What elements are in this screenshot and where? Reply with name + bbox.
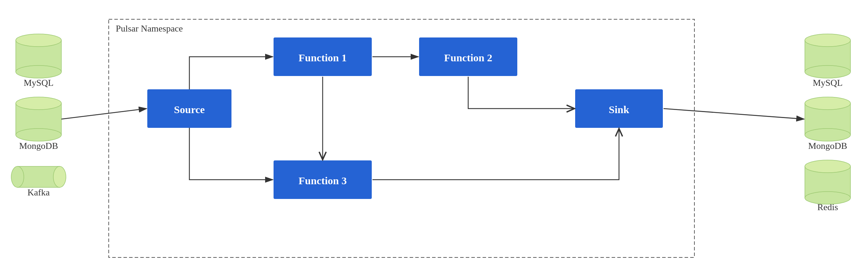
svg-point-18 — [805, 97, 850, 110]
arrow-mongodb-to-source — [61, 109, 147, 119]
namespace-border — [109, 19, 694, 257]
arrow-func2-to-sink — [468, 77, 574, 109]
arrow-source-to-func1 — [189, 57, 273, 89]
svg-text:Function 1: Function 1 — [298, 52, 347, 63]
sink-box: Sink — [575, 89, 663, 128]
svg-point-7 — [16, 129, 61, 141]
svg-text:Function 3: Function 3 — [298, 175, 347, 186]
left-mysql: MySQL — [16, 34, 61, 88]
svg-text:MongoDB: MongoDB — [19, 141, 58, 151]
svg-text:Redis: Redis — [817, 202, 838, 212]
arrow-func3-to-sink — [372, 129, 619, 180]
svg-point-2 — [16, 34, 61, 47]
diagram-container: Pulsar Namespace MySQL MongoDB Kafka — [0, 0, 868, 276]
source-box: Source — [147, 89, 231, 128]
left-mongodb: MongoDB — [16, 97, 61, 151]
svg-text:Sink: Sink — [609, 104, 630, 115]
svg-point-3 — [16, 65, 61, 78]
svg-text:MySQL: MySQL — [813, 78, 842, 88]
svg-text:MySQL: MySQL — [23, 78, 53, 88]
svg-point-10 — [11, 166, 24, 187]
svg-text:Function 2: Function 2 — [444, 52, 492, 63]
arrow-sink-to-right — [664, 109, 804, 119]
svg-point-14 — [805, 34, 850, 47]
svg-point-15 — [805, 65, 850, 78]
function1-box: Function 1 — [274, 37, 372, 76]
function2-box: Function 2 — [419, 37, 517, 76]
svg-text:Source: Source — [174, 104, 205, 115]
namespace-label: Pulsar Namespace — [116, 23, 183, 34]
svg-point-22 — [805, 160, 850, 173]
right-redis: Redis — [805, 160, 850, 212]
left-kafka: Kafka — [11, 166, 66, 198]
svg-text:Kafka: Kafka — [27, 187, 50, 198]
right-mongodb: MongoDB — [805, 97, 850, 151]
svg-point-19 — [805, 129, 850, 141]
function3-box: Function 3 — [274, 160, 372, 199]
svg-point-6 — [16, 97, 61, 110]
arrow-source-to-func3 — [189, 128, 273, 180]
svg-text:MongoDB: MongoDB — [808, 141, 847, 151]
right-mysql: MySQL — [805, 34, 850, 88]
svg-point-11 — [53, 166, 66, 187]
